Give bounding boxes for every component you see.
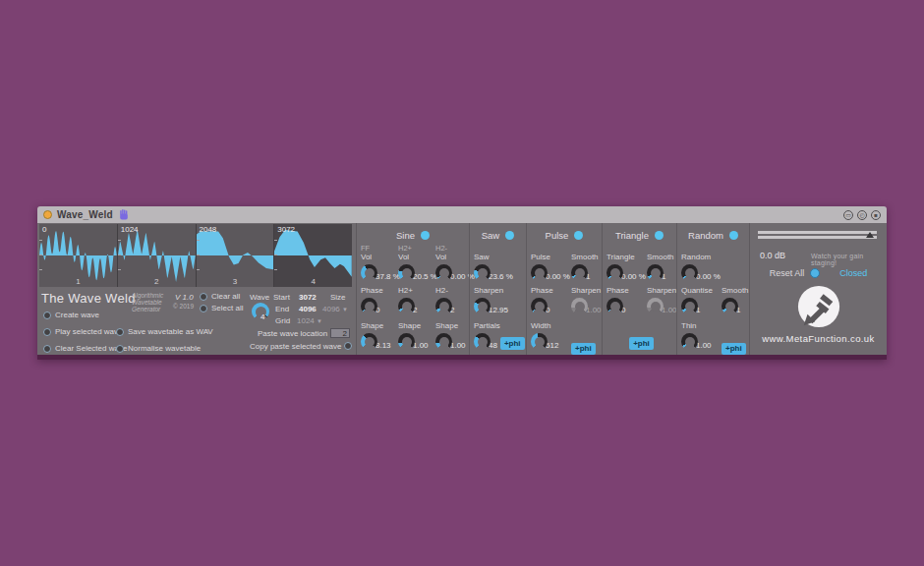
create-wave-button[interactable]: Create wave <box>43 311 99 319</box>
knob-cell[interactable]: H2+ 2 <box>398 286 435 314</box>
wave-panel-3[interactable]: 2048 3 <box>197 224 274 287</box>
random-phi-button[interactable]: +phi <box>722 343 746 356</box>
knob[interactable] <box>435 264 452 281</box>
gain-marker-icon[interactable] <box>866 232 874 238</box>
knob[interactable] <box>681 333 698 350</box>
knob-cell[interactable]: FF Vol 37.8 % <box>361 244 398 281</box>
gain-db-value[interactable]: 0.0 dB <box>760 251 785 260</box>
clear-selected-toggle-icon[interactable] <box>43 345 51 353</box>
knob-cell[interactable]: Smooth 1 <box>647 244 680 281</box>
size-dropdown[interactable]: 4096 ▼ <box>322 305 348 313</box>
title-bar[interactable]: Wave_Weld ▭ ◴ ■ <box>37 206 887 223</box>
saw-phi-button[interactable]: +phi <box>500 337 525 350</box>
triangle-phi-button[interactable]: +phi <box>629 337 654 350</box>
knob[interactable] <box>531 298 548 314</box>
gain-slider[interactable] <box>758 231 877 241</box>
knob[interactable] <box>531 264 548 281</box>
triangle-enable-button[interactable] <box>655 231 664 240</box>
knob[interactable] <box>398 264 415 281</box>
select-all-toggle-icon[interactable] <box>200 305 207 312</box>
knob[interactable] <box>531 333 548 350</box>
version-label: V 1.0 <box>175 293 194 302</box>
knob[interactable] <box>571 298 588 314</box>
knob[interactable] <box>722 298 738 314</box>
save-wav-toggle-icon[interactable] <box>116 328 124 336</box>
knob[interactable] <box>474 264 491 281</box>
normalise-toggle-icon[interactable] <box>116 345 124 353</box>
sine-enable-button[interactable] <box>421 231 430 240</box>
end-value[interactable]: 4096 <box>299 305 317 313</box>
knob[interactable] <box>647 298 664 314</box>
random-enable-button[interactable] <box>729 231 738 240</box>
knob-cell[interactable]: Pulse 0.00 % <box>531 244 571 281</box>
knob-cell[interactable]: Quantise 1 <box>681 286 722 314</box>
knob-cell[interactable]: H2- 2 <box>435 286 473 314</box>
knob-cell[interactable]: Width 512 <box>531 321 571 355</box>
wave-params-panel: Wave 4 Start 3072 Size End 4096 4096 ▼ G… <box>250 289 354 354</box>
gain-meter-bar <box>758 231 877 234</box>
knob[interactable] <box>606 298 623 314</box>
knob-cell[interactable]: Sharpen 1.00 <box>571 286 605 314</box>
create-wave-toggle-icon[interactable] <box>43 311 51 319</box>
knob[interactable] <box>361 264 377 281</box>
website-url[interactable]: www.MetaFunction.co.uk <box>750 333 887 344</box>
knob[interactable] <box>681 264 698 281</box>
status-closed-menu[interactable]: Closed <box>839 268 867 278</box>
knob-cell[interactable]: Smooth 1 <box>571 244 605 281</box>
play-selected-wave-button[interactable]: Play selected wave <box>43 327 122 336</box>
knob[interactable] <box>398 333 415 350</box>
device-view-icon[interactable]: ▭ <box>843 210 853 220</box>
knob-cell[interactable]: Phase 0 <box>606 286 647 314</box>
knob[interactable] <box>474 298 491 314</box>
knob[interactable] <box>571 264 588 281</box>
knob[interactable] <box>681 298 698 314</box>
knob-label: Saw <box>474 253 527 262</box>
wavetable-display[interactable]: 0 1 1024 2 2048 3 30 <box>39 224 352 287</box>
play-toggle-icon[interactable] <box>43 328 51 336</box>
knob-cell[interactable]: Saw 23.6 % <box>474 244 527 281</box>
knob[interactable] <box>398 298 415 314</box>
knob[interactable] <box>647 264 664 281</box>
window-close-button[interactable] <box>43 210 52 219</box>
knob-cell[interactable]: Phase 0 <box>531 286 571 314</box>
knob-cell[interactable]: Shape 8.13 <box>361 321 398 350</box>
knob[interactable] <box>361 298 377 314</box>
knob-cell[interactable]: Thin 1.00 <box>681 321 722 355</box>
paste-location-numbox[interactable]: 2 <box>330 328 350 338</box>
clear-selected-wave-button[interactable]: Clear Selected wave <box>43 344 127 353</box>
knob-cell[interactable]: Shape 1.00 <box>398 321 435 350</box>
knob-cell[interactable]: Random 0.00 % <box>681 244 722 281</box>
normalise-wavetable-button[interactable]: Normalise wavetable <box>116 344 201 353</box>
knob-cell[interactable]: H2+ Vol 20.5 % <box>398 244 435 281</box>
reset-all-button[interactable] <box>810 268 820 278</box>
clear-all-button[interactable]: Clear all <box>200 292 240 301</box>
knob[interactable] <box>361 333 377 350</box>
wave-panel-4[interactable]: 3072 4 <box>274 224 352 287</box>
pulse-enable-button[interactable] <box>574 231 583 240</box>
save-wavetable-button[interactable]: Save wavetable as WAV <box>116 327 213 336</box>
knob-cell[interactable]: Partials 48+phi <box>474 321 527 350</box>
saw-enable-button[interactable] <box>505 231 514 240</box>
wave-panel-1[interactable]: 0 1 <box>39 224 117 287</box>
clear-all-toggle-icon[interactable] <box>200 293 207 301</box>
knob-cell[interactable]: H2- Vol 0.00 % <box>435 244 473 281</box>
knob-cell[interactable]: Triangle 0.00 % <box>606 244 647 281</box>
mapping-icon[interactable]: ◴ <box>857 210 867 220</box>
wave-select-knob[interactable]: 4 <box>252 303 269 320</box>
wave-panel-2[interactable]: 1024 2 <box>118 224 196 287</box>
grid-dropdown[interactable]: 1024 ▼ <box>297 316 322 325</box>
knob[interactable] <box>435 333 452 350</box>
knob-cell[interactable]: Sharpen 1.00 <box>647 286 680 314</box>
knob-cell[interactable]: Phase 0 <box>361 286 398 314</box>
save-icon[interactable]: ■ <box>871 210 881 220</box>
knob[interactable] <box>606 264 623 281</box>
dropdown-arrow-icon: ▼ <box>342 307 348 312</box>
start-value[interactable]: 3072 <box>299 293 317 302</box>
knob-cell[interactable]: Shape 1.00 <box>435 321 473 350</box>
knob[interactable] <box>474 333 491 350</box>
knob-cell[interactable]: Sharpen 12.95 <box>474 286 527 314</box>
copy-paste-toggle-icon[interactable] <box>344 342 352 350</box>
select-all-button[interactable]: Select all <box>200 304 243 312</box>
knob[interactable] <box>435 298 452 314</box>
pulse-phi-button[interactable]: +phi <box>571 343 596 356</box>
